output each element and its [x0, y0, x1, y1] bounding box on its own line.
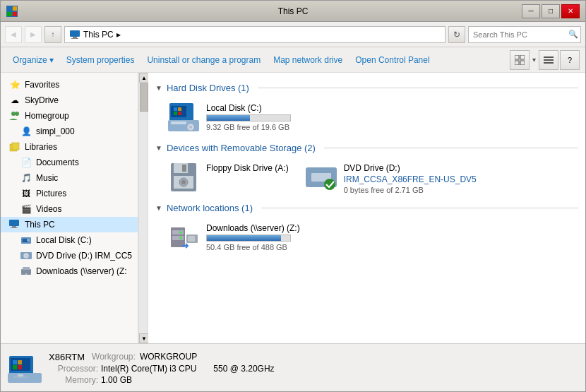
- scroll-down-button[interactable]: ▼: [139, 333, 149, 343]
- sidebar-libraries-children: 📄 Documents 🎵 Music 🖼 Pictures 🎬 Videos: [1, 155, 138, 217]
- main-area: ⭐ Favorites ☁ SkyDrive Homegroup 👤 simpl…: [1, 73, 585, 343]
- svg-rect-11: [544, 57, 554, 58]
- address-path[interactable]: This PC ▸: [64, 26, 446, 43]
- statusbar-info: X86RTM Workgroup: WORKGROUP Processor: I…: [49, 352, 275, 385]
- removable-items: Floppy Disk Drive (A:) DVD Drive (D:): [155, 158, 578, 197]
- sidebar-localdisk-label: Local Disk (C:): [36, 235, 92, 245]
- downloads-server-item[interactable]: Downloads (\\server) (Z:) 50.4 GB free o…: [162, 218, 304, 257]
- sidebar-item-music[interactable]: 🎵 Music: [12, 170, 138, 186]
- svg-rect-6: [71, 38, 78, 39]
- svg-rect-5: [73, 37, 77, 38]
- network-section-header[interactable]: ▼ Network locations (1): [155, 203, 578, 213]
- up-button[interactable]: ↑: [44, 26, 61, 43]
- svg-rect-12: [544, 59, 554, 61]
- sidebar-item-downloads-server[interactable]: Downloads (\\server) (Z:: [12, 263, 138, 279]
- svg-rect-61: [13, 360, 17, 364]
- sidebar-item-thispc[interactable]: This PC: [1, 217, 138, 232]
- restore-button[interactable]: □: [542, 4, 560, 18]
- back-button[interactable]: ◀: [5, 26, 22, 43]
- sidebar-item-libraries[interactable]: Libraries: [1, 139, 138, 155]
- help-button[interactable]: ?: [560, 50, 580, 70]
- sidebar-item-localdisk[interactable]: Local Disk (C:): [12, 232, 138, 248]
- view-tile-button[interactable]: [510, 50, 530, 70]
- removable-section-divider: [324, 148, 578, 148]
- processor-label: Processor:: [49, 364, 98, 374]
- svg-rect-3: [13, 11, 17, 16]
- dvd-label: IRM_CCSA_X86FRE_EN-US_DV5: [344, 174, 477, 184]
- user-icon: 👤: [20, 126, 32, 137]
- svg-rect-7: [515, 55, 519, 59]
- svg-point-29: [25, 273, 27, 275]
- titlebar: This PC ─ □ ✕: [1, 1, 585, 22]
- floppy-item[interactable]: Floppy Disk Drive (A:): [162, 158, 293, 197]
- sidebar-item-favorites[interactable]: ⭐ Favorites: [1, 77, 138, 93]
- sidebar-item-pictures[interactable]: 🖼 Pictures: [12, 186, 138, 201]
- network-items: Downloads (\\server) (Z:) 50.4 GB free o…: [155, 218, 578, 257]
- search-input[interactable]: [468, 26, 581, 43]
- titlebar-icon: [6, 6, 18, 17]
- sidebar-item-documents[interactable]: 📄 Documents: [12, 155, 138, 170]
- scroll-thumb[interactable]: [140, 83, 148, 112]
- floppy-icon: [167, 160, 201, 194]
- svg-rect-39: [178, 112, 181, 115]
- dvd-name: DVD Drive (D:): [344, 163, 477, 173]
- sidebar-item-videos[interactable]: 🎬 Videos: [12, 201, 138, 217]
- svg-point-53: [179, 237, 182, 239]
- svg-rect-1: [13, 6, 17, 11]
- videos-icon: 🎬: [20, 203, 32, 215]
- computer-name: X86RTM: [49, 352, 85, 362]
- hard-disk-section-header[interactable]: ▼ Hard Disk Drives (1): [155, 83, 578, 93]
- local-disk-item[interactable]: Local Disk (C:) 9.32 GB free of 19.6 GB: [162, 97, 295, 137]
- toolbar: Organize ▾ System properties Uninstall o…: [1, 47, 585, 73]
- sidebar-scrollbar[interactable]: ▲ ▼: [138, 73, 148, 343]
- removable-section-header[interactable]: ▼ Devices with Removable Storage (2): [155, 143, 578, 153]
- svg-rect-17: [12, 143, 19, 150]
- sidebar-videos-label: Videos: [36, 204, 61, 214]
- downloads-fill: [207, 235, 281, 241]
- open-control-panel-button[interactable]: Open Control Panel: [349, 50, 436, 70]
- uninstall-button[interactable]: Uninstall or change a program: [140, 50, 267, 70]
- svg-point-45: [181, 180, 186, 184]
- scroll-track: [139, 83, 148, 333]
- view-list-button[interactable]: [539, 50, 558, 70]
- sidebar-item-simpl000[interactable]: 👤 simpl_000: [12, 124, 138, 139]
- floppy-name: Floppy Disk Drive (A:): [206, 163, 289, 173]
- svg-point-15: [15, 112, 19, 116]
- svg-rect-9: [515, 61, 519, 65]
- forward-button[interactable]: ▶: [25, 26, 42, 43]
- search-wrapper: 🔍: [468, 26, 581, 43]
- path-thispc: This PC: [83, 30, 114, 40]
- scroll-up-button[interactable]: ▲: [139, 73, 149, 83]
- dvd-item[interactable]: DVD Drive (D:) IRM_CCSA_X86FRE_EN-US_DV5…: [300, 158, 481, 197]
- svg-rect-2: [7, 11, 11, 16]
- sidebar-thispc-children: Local Disk (C:) DVD Drive (D:) IRM_CC5 D…: [1, 232, 138, 279]
- search-icon[interactable]: 🔍: [568, 30, 578, 39]
- sidebar-item-skydrive[interactable]: ☁ SkyDrive: [1, 93, 138, 108]
- pictures-icon: 🖼: [20, 188, 32, 199]
- map-network-button[interactable]: Map network drive: [267, 50, 349, 70]
- downloads-server-info: Downloads (\\server) (Z:) 50.4 GB free o…: [206, 220, 300, 251]
- downloads-server-name: Downloads (\\server) (Z:): [206, 223, 300, 233]
- svg-rect-19: [12, 226, 16, 227]
- statusbar: X86RTM Workgroup: WORKGROUP Processor: I…: [1, 343, 585, 392]
- sidebar: ⭐ Favorites ☁ SkyDrive Homegroup 👤 simpl…: [1, 73, 138, 343]
- svg-rect-10: [520, 61, 525, 65]
- sidebar-item-dvd-drive[interactable]: DVD Drive (D:) IRM_CC5: [12, 248, 138, 263]
- file-content: ▼ Hard Disk Drives (1): [148, 73, 585, 343]
- skydrive-icon: ☁: [9, 95, 20, 106]
- local-disk-bar: [206, 114, 291, 121]
- view-arrow[interactable]: ▾: [531, 56, 537, 64]
- minimize-button[interactable]: ─: [522, 4, 540, 18]
- sidebar-pictures-label: Pictures: [36, 189, 66, 198]
- svg-rect-18: [9, 220, 19, 226]
- network-section-divider: [261, 208, 578, 208]
- close-button[interactable]: ✕: [561, 4, 580, 18]
- sidebar-item-homegroup[interactable]: Homegroup: [1, 108, 138, 124]
- system-properties-button[interactable]: System properties: [60, 50, 141, 70]
- local-disk-free: 9.32 GB free of 19.6 GB: [206, 123, 291, 131]
- thispc-icon: [9, 219, 20, 230]
- organize-button[interactable]: Organize ▾: [6, 50, 60, 70]
- sidebar-dvd-label: DVD Drive (D:) IRM_CC5: [36, 251, 132, 261]
- sidebar-music-label: Music: [36, 173, 58, 183]
- refresh-button[interactable]: ↻: [448, 26, 465, 43]
